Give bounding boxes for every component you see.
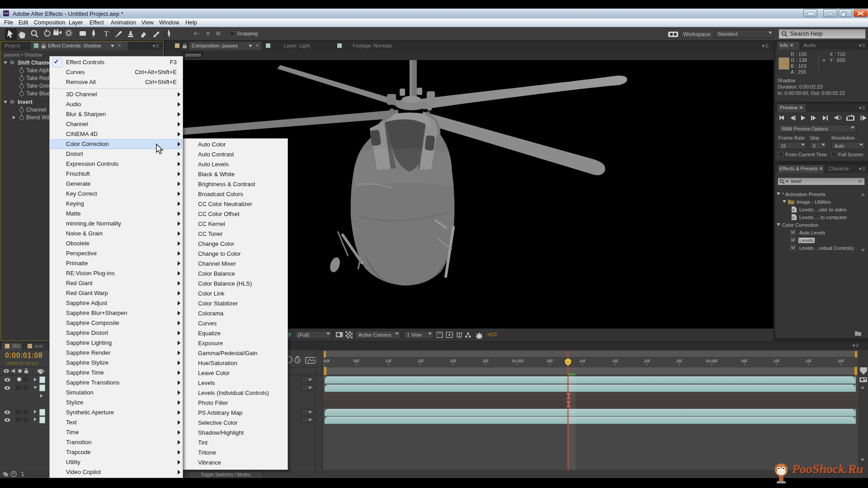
svg-text:M: M	[791, 238, 795, 243]
svg-text:T: T	[104, 29, 109, 38]
svg-text:M: M	[791, 245, 795, 250]
svg-text:M: M	[791, 230, 795, 235]
